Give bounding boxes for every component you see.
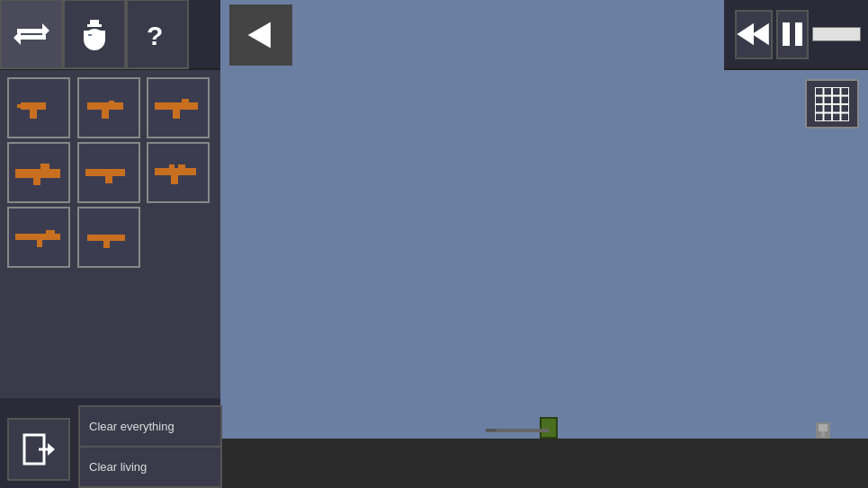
- svg-rect-5: [87, 24, 102, 27]
- svg-rect-51: [783, 22, 790, 46]
- clear-everything-button[interactable]: Clear everything: [79, 406, 221, 447]
- svg-rect-22: [33, 178, 40, 185]
- svg-rect-31: [178, 164, 185, 170]
- weapon-cell-4[interactable]: [7, 142, 70, 203]
- progress-bar: [813, 28, 860, 40]
- svg-rect-16: [109, 101, 114, 104]
- weapon-cell-2[interactable]: [77, 77, 140, 138]
- svg-rect-2: [17, 35, 46, 40]
- context-menu: Clear everything Clear living: [78, 405, 222, 488]
- svg-rect-30: [155, 170, 162, 173]
- swap-button[interactable]: [0, 0, 63, 69]
- help-button[interactable]: ?: [126, 0, 189, 69]
- svg-rect-32: [169, 164, 174, 169]
- ground-weapon: [486, 426, 558, 437]
- svg-rect-47: [819, 424, 828, 431]
- svg-rect-12: [17, 104, 24, 108]
- game-canvas: [220, 0, 868, 488]
- svg-rect-19: [155, 104, 162, 108]
- svg-rect-39: [87, 235, 94, 238]
- weapon-cell-3[interactable]: [147, 77, 210, 138]
- svg-rect-10: [21, 102, 46, 110]
- potion-button[interactable]: [63, 0, 126, 69]
- top-right-controls: [724, 0, 868, 70]
- ground: [220, 439, 868, 488]
- svg-rect-11: [30, 110, 37, 119]
- toolbar: ?: [0, 0, 220, 70]
- svg-rect-20: [182, 99, 189, 104]
- svg-marker-49: [752, 23, 769, 45]
- svg-marker-42: [48, 443, 55, 456]
- rewind-button[interactable]: [735, 10, 773, 59]
- weapon-cell-8[interactable]: [77, 207, 140, 268]
- svg-rect-24: [40, 164, 49, 171]
- weapon-cell-1[interactable]: [7, 77, 70, 138]
- svg-marker-43: [248, 22, 271, 49]
- svg-rect-29: [171, 175, 178, 184]
- clear-living-button[interactable]: Clear living: [79, 447, 221, 487]
- svg-text:?: ?: [147, 21, 163, 50]
- pause-button[interactable]: [776, 10, 809, 59]
- svg-rect-15: [87, 104, 93, 108]
- weapon-cell-6[interactable]: [147, 142, 210, 203]
- svg-rect-26: [105, 176, 112, 183]
- svg-rect-35: [15, 235, 22, 237]
- svg-rect-36: [46, 230, 55, 235]
- svg-rect-0: [17, 29, 46, 33]
- svg-rect-7: [84, 31, 105, 40]
- svg-rect-23: [15, 171, 22, 174]
- weapon-cell-5[interactable]: [77, 142, 140, 203]
- progress-bar-container: [812, 27, 861, 41]
- exit-button[interactable]: [7, 418, 70, 481]
- svg-rect-18: [173, 110, 180, 119]
- right-entity: [816, 422, 830, 439]
- svg-rect-27: [85, 171, 94, 174]
- svg-rect-48: [821, 431, 825, 437]
- svg-marker-50: [737, 23, 754, 45]
- svg-rect-8: [88, 34, 92, 36]
- svg-rect-14: [102, 110, 109, 119]
- back-button[interactable]: [229, 4, 292, 66]
- grid-button[interactable]: [805, 79, 859, 129]
- svg-rect-34: [37, 240, 42, 247]
- weapon-grid: [0, 70, 220, 275]
- weapon-cell-7[interactable]: [7, 207, 70, 268]
- sidebar: ?: [0, 0, 220, 488]
- svg-rect-45: [486, 429, 497, 431]
- svg-rect-52: [795, 22, 802, 46]
- svg-rect-38: [103, 241, 110, 248]
